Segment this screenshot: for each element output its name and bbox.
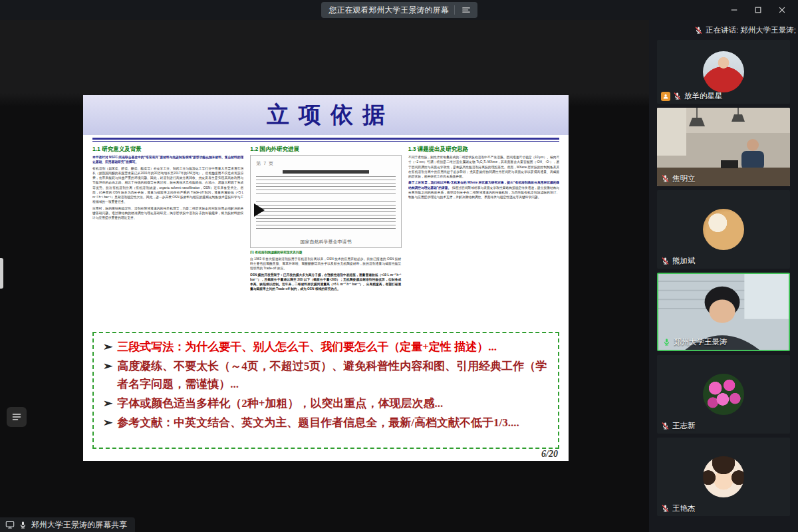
mic-muted-icon xyxy=(673,92,682,100)
figure-cursor-wedge xyxy=(254,203,265,217)
mic-muted-icon xyxy=(661,257,670,265)
slide-paragraph: 有机溶剂（如苯类、醇类、酮类、酯类等）在化学工业、制药工业与能源化工等行业中用量… xyxy=(92,166,243,204)
mic-muted-icon xyxy=(694,26,703,35)
figure-caption: 国家自然科学基金申请书 xyxy=(251,239,400,245)
watching-label: 您正在观看郑州大学王景涛的屏幕 xyxy=(329,5,449,16)
slide-columns: 1.1 研究意义及背景 本申请针对 NSFC-河南联合基金中的“培育项目”新材料… xyxy=(83,142,569,327)
participant-tile[interactable]: 王艳杰 xyxy=(657,438,790,516)
slide-subheading: (1) 有机溶剂纳滤膜的研究现状及问题 xyxy=(250,250,401,255)
participant-name: 王艳杰 xyxy=(672,503,696,513)
slide-paragraph: OSN 膜的开发受限于：已开发的膜大多为高分子膜，在强极性溶剂中易溶胀，通量普遍… xyxy=(250,273,401,292)
presentation-slide: 立项依据 1.1 研究意义及背景 本申请针对 NSFC-河南联合基金中的“培育项… xyxy=(83,95,569,461)
participant-name: 王志新 xyxy=(672,421,696,431)
column-heading: 1.2 国内外研究进展 xyxy=(250,146,401,154)
participant-tile[interactable]: 放羊的星星 xyxy=(657,40,790,104)
note-bullet: ➢ 参考文献：中英文结合、英文为主、题目作者信息全，最新/高档文献不低于1/3.… xyxy=(103,414,549,432)
minimize-button[interactable] xyxy=(722,0,746,20)
participant-name: 熊加斌 xyxy=(672,256,696,266)
note-bullet: ➢ 高度凝练、不要太长（～4页，不超过5页）、避免科普性内容和图、引用经典工作（… xyxy=(103,358,549,393)
divider xyxy=(454,5,455,15)
avatar-photo-flowers xyxy=(703,374,744,415)
slide-paragraph: 自 1963 年首次报道耐溶剂膜用于有机溶剂分离以来，OSN 技术的应用开始起步… xyxy=(250,257,401,271)
maximize-button[interactable] xyxy=(746,0,770,20)
list-icon xyxy=(11,412,22,422)
slide-paragraph: 应用时，膜的微结构稳定性、溶剂在限域通道内的传质机理等，均是二维层状膜走向实际应… xyxy=(92,205,243,219)
screen-share-label: 郑州大学王景涛的屏幕共享 xyxy=(31,519,127,531)
participant-tile[interactable]: 王志新 xyxy=(657,355,790,434)
bullet-arrow: ➢ xyxy=(103,358,112,393)
participant-tile[interactable]: 熊加斌 xyxy=(657,190,790,269)
slide-page-number: 6/20 xyxy=(541,449,558,460)
minimize-icon xyxy=(730,6,738,14)
column-heading: 1.1 研究意义及背景 xyxy=(92,146,243,154)
slide-paragraph: 基于上述背景，我们拟以环氧-无机复合的 MXene 层状膜为研究对象，提出“有机… xyxy=(408,180,559,200)
note-bullet: ➢ 字体或颜色适当多样化（2种+加粗），以突出重点，体现层次感... xyxy=(103,395,549,412)
slide-column-3: 1.3 课题提出及研究思路 不同于柔性膜，刚性片状堆叠形成的二维层状膜在溶剂中不… xyxy=(408,146,559,327)
embedded-document-preview: 第 7 页 国家自然科学基金申请书 xyxy=(250,155,401,248)
figure-text-lines xyxy=(256,176,395,196)
participant-tile[interactable]: 焦明立 xyxy=(657,108,790,186)
note-bullet: ➢ 三段式写法：为什么要干、别人怎么干、我们要怎么干（定量+定性 描述）... xyxy=(103,338,549,356)
screen-share-icon xyxy=(5,520,15,529)
close-icon xyxy=(778,6,786,14)
scroll-indicator[interactable] xyxy=(0,258,3,289)
presenter-notes-box: ➢ 三段式写法：为什么要干、别人怎么干、我们要怎么干（定量+定性 描述）... … xyxy=(92,332,559,449)
avatar-photo-cat xyxy=(703,209,744,250)
avatar-cartoon-girl xyxy=(703,456,744,497)
window-controls xyxy=(722,0,794,20)
mic-muted-icon xyxy=(661,504,670,513)
active-speaker-label: 正在讲话: 郑州大学王景涛; xyxy=(706,25,796,35)
bullet-arrow: ➢ xyxy=(103,395,112,412)
screen-share-status: 郑州大学王景涛的屏幕共享 xyxy=(0,517,135,532)
participant-name: 焦明立 xyxy=(672,174,696,184)
bullet-arrow: ➢ xyxy=(103,414,112,432)
title-bar: 您正在观看郑州大学王景涛的屏幕 xyxy=(0,0,798,20)
figure-header: 第 7 页 xyxy=(256,160,395,167)
slide-column-1: 1.1 研究意义及背景 本申请针对 NSFC-河南联合基金中的“培育项目”新材料… xyxy=(92,146,243,327)
figure-text-lines xyxy=(256,201,395,231)
participants-sidebar: 正在讲话: 郑州大学王景涛; 放羊的星星 xyxy=(649,20,798,532)
bullet-arrow: ➢ xyxy=(103,338,112,356)
avatar-photo-person-red xyxy=(703,51,744,92)
slide-column-2: 1.2 国内外研究进展 第 7 页 国家自然科学基金申请书 (1) 有机溶剂纳滤… xyxy=(250,146,401,327)
participant-name: 郑州大学王景涛 xyxy=(674,337,728,347)
mic-live-icon xyxy=(662,338,671,346)
screen-menu-button[interactable] xyxy=(460,4,472,16)
mic-muted-icon xyxy=(661,422,670,430)
close-button[interactable] xyxy=(770,0,794,20)
column-heading: 1.3 课题提出及研究思路 xyxy=(408,146,559,154)
watching-banner: 您正在观看郑州大学王景涛的屏幕 xyxy=(321,2,477,18)
slide-title-band: 立项依据 xyxy=(83,95,569,135)
slide-paragraph: 本申请针对 NSFC-河南联合基金中的“培育项目”新材料与先进制造领域“新型功能… xyxy=(92,155,243,164)
maximize-icon xyxy=(754,6,762,14)
participant-tile[interactable]: 郑州大学王景涛 xyxy=(657,273,790,351)
slide-paragraph: 不同于柔性膜，刚性片状堆叠形成的二维层状膜在溶剂中不产生溶胀、层间通道尺寸稳定（… xyxy=(408,155,559,179)
mic-muted-icon xyxy=(661,174,670,183)
participant-tile-list: 放羊的星星 xyxy=(649,40,798,516)
slide-title: 立项依据 xyxy=(257,100,394,130)
agenda-panel-toggle-button[interactable] xyxy=(7,407,27,427)
figure-title-bar xyxy=(283,170,369,174)
mic-icon xyxy=(19,521,27,529)
active-speaker-banner: 正在讲话: 郑州大学王景涛; xyxy=(649,20,798,40)
hamburger-icon xyxy=(462,5,471,15)
contact-badge-icon xyxy=(661,92,670,101)
participant-name: 放羊的星星 xyxy=(684,91,723,101)
shared-screen-area: 立项依据 1.1 研究意义及背景 本申请针对 NSFC-河南联合基金中的“培育项… xyxy=(0,20,649,532)
